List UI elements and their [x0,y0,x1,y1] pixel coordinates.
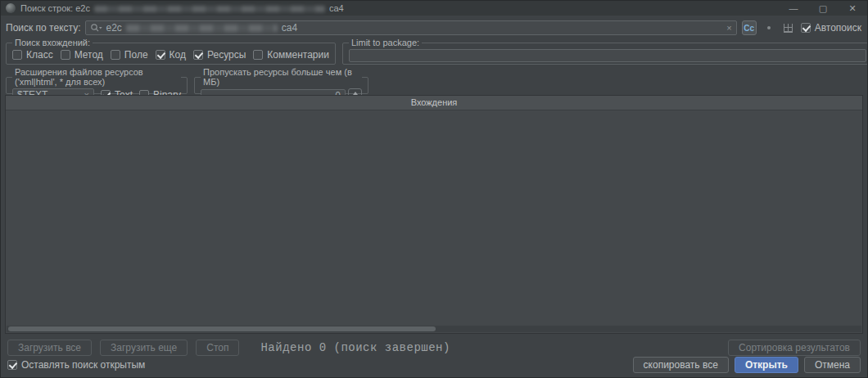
checkbox-code[interactable]: Код [156,49,186,61]
sort-wrap: Сортировка результатов [728,340,861,356]
window-title-suffix: ca4 [329,3,344,13]
checkbox-class[interactable]: Класс [12,49,53,61]
package-group-title: Limit to package: [349,38,422,47]
checkbox-box [156,50,165,60]
open-button[interactable]: Открыть [735,357,798,373]
status-message: Найдено 0 (поиск завершен) [260,341,450,354]
titlebar: Поиск строк: e2cca4 — ▢ ✕ [1,1,867,16]
load-more-button[interactable]: Загрузить еще [100,340,188,356]
checkbox-resources[interactable]: Ресурсы [193,49,246,61]
whole-word-button[interactable] [762,20,776,35]
app-icon [6,3,16,13]
search-value: e2cca4 [106,22,297,34]
checkbox-box [801,23,811,33]
redacted-text [94,6,325,12]
checkbox-keep-open[interactable]: Оставлять поиск открытым [7,359,145,371]
copy-all-button[interactable]: скопировать все [633,357,729,373]
checkbox-box [253,50,263,60]
results-table: Вхождения [5,95,863,334]
checkbox-box [7,360,17,370]
search-row: Поиск по тексту: e2cca4 × Cc Автопоиск [6,20,861,36]
stop-button[interactable]: Стоп [196,340,239,356]
extensions-group-title: Расширения файлов ресурсов ('xml|html', … [12,67,181,87]
search-label: Поиск по тексту: [6,22,80,34]
skip-size-group-title: Пропускать ресурсы больше чем (в МБ) [201,67,362,87]
minimize-button[interactable]: — [779,1,808,16]
status-row: Загрузить все Загрузить еще Стоп Найдено… [7,339,861,357]
grid-icon [784,24,793,33]
horizontal-scrollbar[interactable] [7,326,861,332]
extensions-group: Расширения файлов ресурсов ('xml|html', … [6,67,188,94]
checkbox-label: Код [170,49,186,61]
code-preview-button[interactable] [781,20,796,35]
string-search-dialog: Поиск строк: e2cca4 — ▢ ✕ Поиск по текст… [0,0,868,378]
window-title: Поиск строк: e2cca4 [20,3,344,13]
package-group: Limit to package: [342,38,868,65]
checkbox-label: Ресурсы [207,49,246,61]
checkbox-method[interactable]: Метод [61,49,103,61]
match-case-button[interactable]: Cc [742,20,757,35]
skip-size-group: Пропускать ресурсы больше чем (в МБ) 0 [194,67,368,94]
checkbox-box [12,50,22,60]
checkbox-label: Класс [26,49,53,61]
checkbox-box [193,50,203,60]
checkbox-box [111,50,120,60]
options-row-1: Поиск вхождений: Класс Метод Поле Код [6,38,868,65]
occurrence-group: Поиск вхождений: Класс Метод Поле Код [6,38,336,65]
spinner-up-icon[interactable] [353,89,358,95]
maximize-button[interactable]: ▢ [808,1,838,16]
checkbox-label: Оставлять поиск открытым [21,359,145,371]
dot-icon [767,26,771,29]
checkbox-field[interactable]: Поле [111,49,148,61]
window-title-prefix: Поиск строк: e2c [20,3,90,13]
window-controls: — ▢ ✕ [779,1,867,16]
results-table-body[interactable] [6,110,862,326]
footer-buttons: скопировать все Открыть Отмена [633,357,861,373]
search-value-suffix: ca4 [282,22,297,34]
package-input[interactable] [349,49,866,62]
search-value-prefix: e2c [106,22,121,34]
redacted-text [126,25,278,32]
sort-results-button[interactable]: Сортировка результатов [728,340,861,356]
checkbox-comments[interactable]: Комментарии [253,49,329,61]
cancel-button[interactable]: Отмена [804,357,861,373]
search-input[interactable]: e2cca4 × [85,20,736,35]
load-all-button[interactable]: Загрузить все [7,340,92,356]
checkbox-label: Комментарии [267,49,329,61]
close-button[interactable]: ✕ [838,1,867,16]
occurrence-group-title: Поиск вхождений: [12,38,93,47]
checkbox-label: Метод [75,49,103,61]
scrollbar-thumb[interactable] [8,326,436,331]
footer: Оставлять поиск открытым скопировать все… [7,357,861,373]
options-row-2: Расширения файлов ресурсов ('xml|html', … [6,67,368,94]
checkbox-label: Автопоиск [815,22,861,34]
checkbox-label: Поле [124,49,148,61]
results-table-header[interactable]: Вхождения [6,96,862,110]
checkbox-box [61,50,70,60]
checkbox-autosearch[interactable]: Автопоиск [801,22,861,34]
search-icon[interactable] [90,23,102,33]
clear-search-icon[interactable]: × [726,24,731,33]
